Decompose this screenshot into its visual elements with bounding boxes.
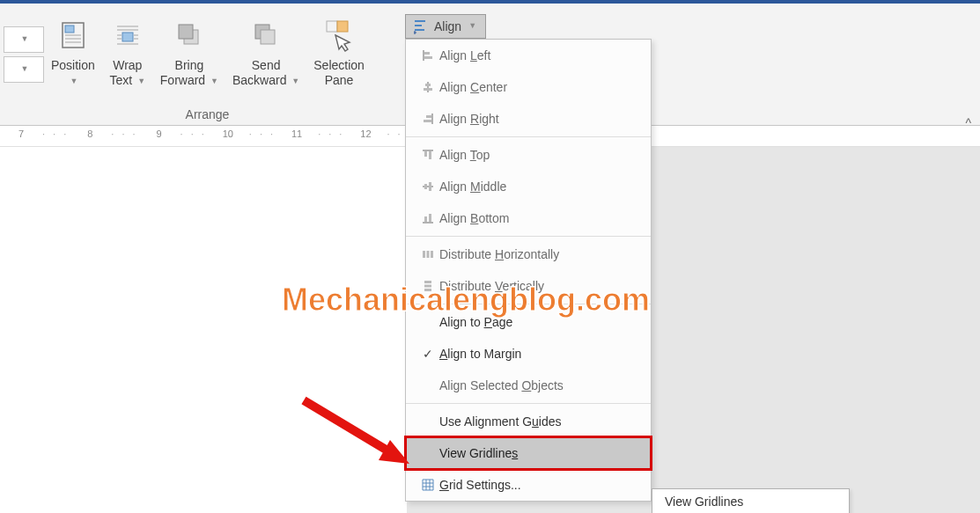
menu-align-top[interactable]: Align Top (406, 139, 651, 171)
svg-rect-43 (424, 281, 431, 283)
menu-align-to-page[interactable]: Align to Page (406, 306, 651, 338)
svg-rect-1 (65, 26, 74, 33)
svg-rect-16 (261, 30, 275, 44)
wrap-text-label-1: Wrap (113, 58, 142, 72)
svg-rect-45 (424, 289, 431, 291)
ribbon-group-label: Arrange (7, 107, 408, 121)
svg-rect-36 (429, 182, 431, 191)
svg-rect-40 (423, 251, 425, 258)
position-button[interactable]: Position▼ (44, 11, 102, 88)
align-middle-icon (416, 180, 439, 194)
menu-align-to-margin[interactable]: ✓ Align to Margin (406, 338, 651, 370)
selection-pane-icon (321, 14, 357, 56)
svg-rect-38 (424, 216, 427, 222)
menu-align-center[interactable]: Align Center (406, 71, 651, 103)
selection-pane-label-1: Selection (313, 58, 365, 72)
menu-align-middle[interactable]: Align Middle (406, 171, 651, 202)
send-backward-icon (250, 14, 282, 56)
svg-rect-32 (424, 151, 427, 157)
align-right-icon (416, 112, 439, 126)
align-button[interactable]: Align ▼ (405, 14, 486, 39)
selection-pane-label-2: Pane (325, 73, 354, 87)
align-center-icon (416, 80, 439, 94)
menu-distribute-vertically[interactable]: Distribute Vertically (406, 270, 651, 302)
position-label: Position (51, 58, 95, 72)
align-left-icon (416, 48, 439, 62)
bring-forward-button[interactable]: Bring Forward ▼ (153, 11, 225, 88)
document-page (0, 147, 407, 513)
svg-rect-39 (429, 214, 431, 222)
svg-rect-42 (431, 251, 433, 258)
svg-rect-23 (424, 52, 430, 55)
svg-rect-44 (424, 285, 431, 288)
distribute-h-icon (416, 247, 439, 261)
menu-align-right[interactable]: Align Right (406, 103, 651, 135)
tooltip-view-gridlines: View Gridlines (652, 488, 850, 513)
svg-rect-18 (337, 21, 348, 32)
svg-rect-33 (429, 151, 431, 159)
menu-view-gridlines[interactable]: View Gridlines (406, 437, 651, 469)
chevron-down-icon: ▼ (468, 21, 476, 30)
ribbon-extra-top[interactable]: ▼ (4, 26, 44, 53)
align-menu: Align Left Align Center Align Right Alig… (405, 39, 652, 502)
send-backward-label-2: Backward (232, 73, 286, 87)
selection-pane-button[interactable]: Selection Pane (306, 11, 372, 88)
align-top-icon (416, 148, 439, 162)
svg-rect-30 (424, 120, 431, 122)
bring-forward-icon (173, 14, 205, 56)
svg-rect-35 (424, 184, 427, 189)
wrap-text-icon (112, 14, 144, 56)
wrap-text-label-2: Text (110, 73, 133, 87)
align-icon (413, 18, 429, 34)
ribbon-extra-bottom[interactable]: ▼ (4, 56, 44, 83)
svg-rect-27 (424, 88, 432, 91)
menu-align-selected-objects[interactable]: Align Selected Objects (406, 370, 651, 401)
svg-rect-41 (427, 251, 430, 258)
bring-forward-label-2: Forward (160, 73, 205, 87)
wrap-text-button[interactable]: Wrap Text ▼ (102, 11, 153, 88)
send-backward-button[interactable]: Send Backward ▼ (225, 11, 306, 88)
align-label: Align (434, 19, 461, 33)
menu-distribute-horizontally[interactable]: Distribute Horizontally (406, 238, 651, 270)
distribute-v-icon (416, 279, 439, 293)
svg-rect-14 (179, 25, 193, 39)
svg-rect-26 (425, 84, 431, 86)
position-icon (57, 14, 89, 56)
menu-align-bottom[interactable]: Align Bottom (406, 202, 651, 234)
grid-icon (416, 478, 439, 492)
menu-grid-settings[interactable]: Grid Settings... (406, 469, 651, 501)
svg-rect-17 (327, 21, 337, 32)
align-bottom-icon (416, 211, 439, 225)
menu-align-left[interactable]: Align Left (406, 40, 651, 71)
svg-rect-24 (424, 56, 432, 59)
menu-use-alignment-guides[interactable]: Use Alignment Guides (406, 406, 651, 437)
bring-forward-label-1: Bring (175, 58, 204, 72)
send-backward-label-1: Send (252, 58, 281, 72)
svg-rect-7 (122, 33, 133, 41)
check-icon: ✓ (416, 347, 439, 361)
svg-rect-29 (426, 115, 431, 118)
